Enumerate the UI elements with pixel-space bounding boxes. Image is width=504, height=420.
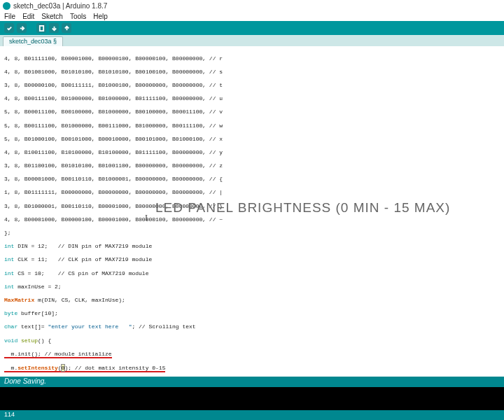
code-line: 4, 8, B00001000, B00000100, B00001000, B… xyxy=(4,216,500,223)
code-line: 3, 8, B00001000, B00110110, B01000001, B… xyxy=(4,176,500,183)
status-bar: Done Saving. xyxy=(0,377,504,387)
menu-edit[interactable]: Edit xyxy=(22,13,34,20)
code-line: int maxInUse = 2; xyxy=(4,284,500,290)
code-editor[interactable]: 4, 8, B01111100, B00001000, B00000100, B… xyxy=(0,46,504,377)
menu-tools[interactable]: Tools xyxy=(70,13,86,20)
menu-sketch[interactable]: Sketch xyxy=(41,13,63,20)
new-button[interactable] xyxy=(36,23,46,33)
arduino-logo-icon xyxy=(3,2,10,10)
code-line: int DIN = 12; // DIN pin of MAX7219 modu… xyxy=(4,243,500,250)
code-line: m.setIntensity(0); // dot matix intensit… xyxy=(4,365,500,372)
console-output[interactable] xyxy=(0,387,504,410)
code-line: 1, 8, B01111111, B00000000, B00000000, B… xyxy=(4,189,500,196)
code-line: 4, 8, B01001000, B01010100, B01010100, B… xyxy=(4,69,500,76)
code-line: 4, 8, B00111100, B01000000, B01000000, B… xyxy=(4,95,500,102)
open-button[interactable] xyxy=(49,23,59,33)
code-line: byte buffer[10]; xyxy=(4,310,500,317)
menu-help[interactable]: Help xyxy=(93,13,108,20)
footer-bar: 114 xyxy=(0,410,504,420)
code-line: 5, 8, B00011100, B00100000, B01000000, B… xyxy=(4,108,500,115)
code-line: int CS = 10; // CS pin of MAX7219 module xyxy=(4,270,500,277)
window-titlebar: sketch_dec03a | Arduino 1.8.7 xyxy=(0,0,504,11)
code-line: 4, 8, B01111100, B00001000, B00000100, B… xyxy=(4,55,500,62)
text-cursor-icon: I xyxy=(145,215,148,222)
window-title: sketch_dec03a | Arduino 1.8.7 xyxy=(13,2,107,10)
code-line: 5, 8, B00111100, B01000000, B00111000, B… xyxy=(4,122,500,130)
save-button[interactable] xyxy=(62,23,71,33)
code-line: int CLK = 11; // CLK pin of MAX7219 modu… xyxy=(4,256,500,263)
menu-file[interactable]: File xyxy=(4,13,15,20)
code-line: }; xyxy=(4,230,500,237)
code-line: m.init(); // module initialize xyxy=(4,351,500,358)
verify-button[interactable] xyxy=(4,23,14,33)
svg-rect-0 xyxy=(39,25,43,30)
overlay-annotation: LED PANEL BRIGHTNESS (0 MIN - 15 MAX) xyxy=(155,204,450,211)
code-line: 3, 8, B00000100, B00111111, B01000100, B… xyxy=(4,82,500,89)
code-line: void setup() { xyxy=(4,337,500,344)
code-line: char text[]= "enter your text here "; //… xyxy=(4,323,500,330)
toolbar xyxy=(0,21,504,35)
code-line: MaxMatrix m(DIN, CS, CLK, maxInUse); xyxy=(4,297,500,304)
tab-row: sketch_dec03a § xyxy=(0,35,504,46)
code-line: 5, 8, B01000100, B00101000, B00010000, B… xyxy=(4,136,500,143)
code-line: 4, 8, B10011100, B10100000, B10100000, B… xyxy=(4,149,500,156)
upload-button[interactable] xyxy=(17,23,27,33)
code-line: 3, 8, B01100100, B01010100, B01001100, B… xyxy=(4,162,500,169)
tab-sketch[interactable]: sketch_dec03a § xyxy=(3,36,63,46)
menu-bar: File Edit Sketch Tools Help xyxy=(0,11,504,21)
